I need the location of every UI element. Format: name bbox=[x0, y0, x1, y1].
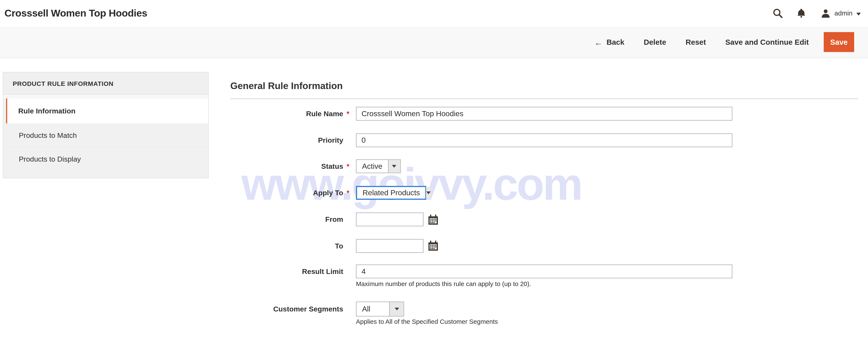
field-row-rule-name: Rule Name * bbox=[230, 107, 733, 121]
sidebar-header: PRODUCT RULE INFORMATION bbox=[3, 72, 209, 95]
to-date-input[interactable] bbox=[356, 239, 424, 253]
dropdown-arrow-icon bbox=[388, 160, 400, 172]
sidebar-item-products-to-match[interactable]: Products to Match bbox=[3, 123, 208, 147]
customer-segments-label: Customer Segments bbox=[230, 305, 343, 313]
sidebar-separator bbox=[3, 95, 209, 98]
priority-input[interactable] bbox=[356, 133, 733, 147]
sidebar-item-rule-information[interactable]: Rule Information bbox=[6, 99, 208, 123]
status-label: Status bbox=[230, 162, 343, 170]
priority-label: Priority bbox=[230, 136, 343, 144]
required-asterisk: * bbox=[343, 109, 356, 118]
rule-name-input[interactable] bbox=[356, 107, 733, 121]
field-row-customer-segments: Customer Segments All bbox=[230, 302, 404, 316]
dropdown-arrow-icon bbox=[389, 302, 404, 316]
result-limit-label: Result Limit bbox=[230, 267, 343, 276]
field-row-result-limit: Result Limit bbox=[230, 264, 733, 278]
admin-username[interactable]: admin bbox=[835, 9, 852, 17]
admin-page: Crosssell Women Top Hoodies bbox=[0, 0, 868, 349]
field-row-to: To bbox=[230, 239, 438, 253]
notifications-bell-icon[interactable] bbox=[797, 8, 806, 18]
status-select-value: Active bbox=[356, 160, 388, 172]
chevron-down-icon[interactable] bbox=[856, 12, 861, 15]
customer-segments-note: Applies to All of the Specified Customer… bbox=[356, 318, 498, 324]
dropdown-arrow-icon bbox=[426, 187, 430, 199]
section-divider bbox=[230, 99, 858, 99]
required-asterisk: * bbox=[343, 189, 356, 197]
save-button[interactable]: Save bbox=[824, 32, 854, 52]
rule-name-label: Rule Name bbox=[230, 109, 343, 118]
apply-to-label: Apply To bbox=[230, 189, 343, 197]
search-icon[interactable] bbox=[773, 8, 783, 18]
result-limit-note: Maximum number of products this rule can… bbox=[356, 280, 531, 287]
from-label: From bbox=[230, 215, 343, 223]
field-row-status: Status * Active bbox=[230, 159, 401, 173]
back-button[interactable]: ← Back bbox=[594, 38, 624, 46]
to-label: To bbox=[230, 242, 343, 250]
page-header: Crosssell Women Top Hoodies bbox=[0, 0, 868, 27]
sidebar-items: Rule Information Products to Match Produ… bbox=[3, 99, 209, 178]
header-icons: admin bbox=[773, 0, 861, 27]
delete-button[interactable]: Delete bbox=[644, 38, 666, 46]
sidebar-nav: PRODUCT RULE INFORMATION Rule Informatio… bbox=[3, 72, 209, 178]
user-avatar-icon[interactable] bbox=[821, 8, 831, 18]
action-toolbar: ← Back Delete Reset Save and Continue Ed… bbox=[0, 27, 868, 58]
page-title: Crosssell Women Top Hoodies bbox=[4, 0, 147, 27]
field-row-priority: Priority bbox=[230, 133, 733, 147]
save-and-continue-button[interactable]: Save and Continue Edit bbox=[725, 38, 809, 46]
field-row-from: From bbox=[230, 212, 438, 227]
apply-to-select-value: Related Products bbox=[357, 187, 425, 199]
result-limit-input[interactable] bbox=[356, 264, 733, 278]
back-button-label: Back bbox=[607, 38, 624, 46]
reset-button[interactable]: Reset bbox=[686, 38, 706, 46]
back-arrow-icon: ← bbox=[594, 38, 602, 46]
section-title: General Rule Information bbox=[230, 81, 343, 92]
calendar-icon[interactable] bbox=[428, 214, 438, 225]
required-asterisk: * bbox=[343, 162, 356, 170]
customer-segments-select-value: All bbox=[356, 302, 389, 316]
calendar-icon[interactable] bbox=[428, 240, 438, 251]
from-date-input[interactable] bbox=[356, 213, 424, 226]
status-select[interactable]: Active bbox=[356, 159, 401, 173]
sidebar-item-products-to-display[interactable]: Products to Display bbox=[3, 147, 208, 171]
field-row-apply-to: Apply To * Related Products bbox=[230, 186, 426, 200]
apply-to-select[interactable]: Related Products bbox=[356, 186, 426, 200]
customer-segments-select[interactable]: All bbox=[356, 302, 404, 316]
